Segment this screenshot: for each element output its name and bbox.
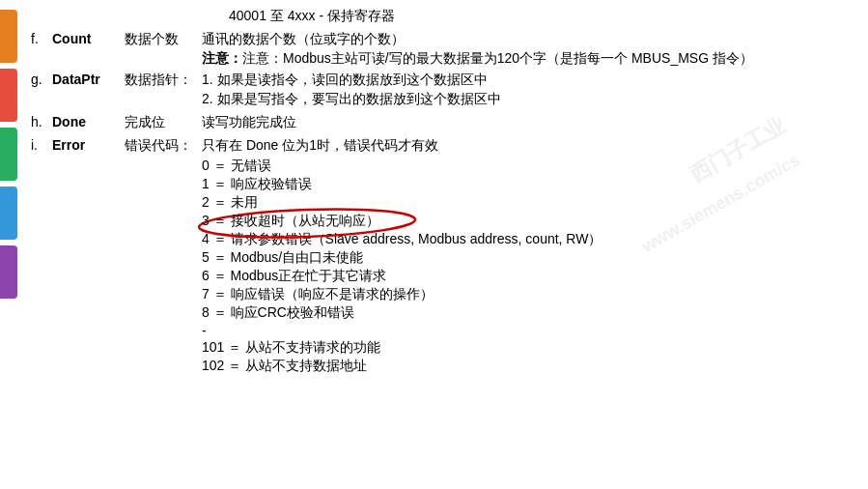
error-code-6: 6 ＝ Modbus正在忙于其它请求 [202,268,849,285]
section-i-chinese-label: 错误代码： [125,137,202,376]
section-h-letter: h. [31,114,52,131]
error-code-0: 0 ＝ 无错误 [202,158,849,175]
note-label: 注意： [202,50,242,66]
top-note-text: 40001 至 4xxx - 保持寄存器 [229,8,395,25]
error-code-3: 3 ＝ 接收超时（从站无响应） [202,213,379,230]
top-note-row: 40001 至 4xxx - 保持寄存器 [31,8,849,25]
section-h-label: Done [52,114,125,131]
error-code-1: 1 ＝ 响应校验错误 [202,176,849,193]
section-g-label: DataPtr [52,72,125,108]
section-g-row: g. DataPtr 数据指针： 1. 如果是读指令，读回的数据放到这个数据区中… [31,72,849,108]
error-code-7: 7 ＝ 响应错误（响应不是请求的操作） [202,286,849,303]
note-content: 注意：Modbus主站可读/写的最大数据量为120个字（是指每一个 MBUS_M… [242,50,753,66]
section-f-chinese-label: 数据个数 [125,31,202,68]
sidebar-tab-5 [0,245,17,299]
section-i-letter: i. [31,137,52,376]
section-f-label: Count [52,31,125,68]
section-g-item1: 1. 如果是读指令，读回的数据放到这个数据区中 [202,72,849,89]
error-code-102: 102 ＝ 从站不支持数据地址 [202,358,849,375]
section-i-label: Error [52,137,125,376]
section-h-content: 读写功能完成位 [202,114,849,131]
section-g-content: 1. 如果是读指令，读回的数据放到这个数据区中 2. 如果是写指令，要写出的数据… [202,72,849,108]
error-code-8: 8 ＝ 响应CRC校验和错误 [202,304,849,322]
error-code-5: 5 ＝ Modbus/自由口未使能 [202,249,849,267]
section-f-letter: f. [31,31,52,68]
section-i-content: 只有在 Done 位为1时，错误代码才有效 0 ＝ 无错误 1 ＝ 响应校验错误… [202,137,849,376]
section-h-row: h. Done 完成位 读写功能完成位 [31,114,849,131]
sidebar-tab-1 [0,10,17,63]
section-g-item2: 2. 如果是写指令，要写出的数据放到这个数据区中 [202,91,849,108]
section-i-row: i. Error 错误代码： 只有在 Done 位为1时，错误代码才有效 0 ＝… [31,137,849,376]
section-f-note: 注意：注意：Modbus主站可读/写的最大数据量为120个字（是指每一个 MBU… [202,50,849,68]
error-code-101: 101 ＝ 从站不支持请求的功能 [202,339,849,357]
section-i-intro: 只有在 Done 位为1时，错误代码才有效 [202,137,849,155]
section-f-row: f. Count 数据个数 通讯的数据个数（位或字的个数） 注意：注意：Modb… [31,31,849,68]
section-h-chinese-label: 完成位 [125,114,202,131]
section-g-chinese-label: 数据指针： [125,72,202,108]
sidebar-tab-4 [0,187,17,240]
error-code-dash: - [202,323,849,338]
section-f-main-text: 通讯的数据个数（位或字的个数） [202,31,849,48]
sidebar [0,0,17,489]
section-g-letter: g. [31,72,52,108]
sidebar-tab-3 [0,128,17,181]
main-content: 40001 至 4xxx - 保持寄存器 f. Count 数据个数 通讯的数据… [21,0,868,388]
sidebar-tab-2 [0,69,17,122]
section-f-content: 通讯的数据个数（位或字的个数） 注意：注意：Modbus主站可读/写的最大数据量… [202,31,849,68]
error-code-3-text: 3 ＝ 接收超时（从站无响应） [202,213,379,228]
